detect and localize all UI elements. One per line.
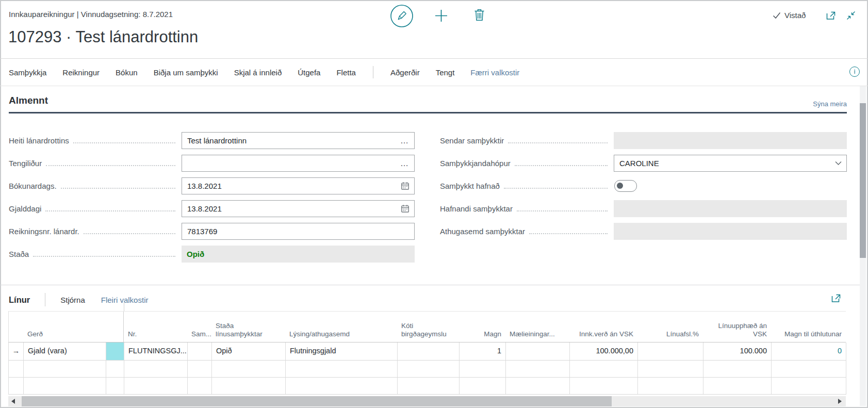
info-icon[interactable]: i — [849, 67, 860, 77]
table-cell[interactable] — [106, 378, 124, 395]
column-header-linuupphaed[interactable]: Línuupphæð án VSK — [703, 312, 771, 342]
column-header-koti-birgdageymslu[interactable]: Kóti birgðageymslu — [397, 312, 459, 342]
table-cell[interactable] — [570, 361, 638, 378]
table-cell[interactable] — [638, 361, 703, 378]
horizontal-scrollbar-thumb[interactable] — [22, 396, 612, 406]
table-cell[interactable] — [398, 361, 460, 378]
table-cell[interactable] — [124, 361, 188, 378]
cell-koti[interactable] — [398, 342, 460, 361]
gjalddagi-input[interactable]: 13.8.2021 — [182, 200, 415, 217]
menu-bokun[interactable]: Bókun — [116, 68, 138, 77]
bokunardags-input[interactable]: 13.8.2021 — [182, 177, 415, 194]
table-cell[interactable] — [124, 378, 188, 395]
reikningsnr-input[interactable]: 7813769 — [182, 223, 415, 240]
cell-maelieiningar[interactable] — [506, 342, 570, 361]
table-cell[interactable] — [212, 361, 286, 378]
column-header-innkverd[interactable]: Innk.verð án VSK — [569, 312, 637, 342]
menu-reikningur[interactable]: Reikningur — [62, 68, 100, 77]
cell-innkverd[interactable]: 100.000,00 — [570, 342, 638, 361]
vertical-scrollbar-thumb[interactable] — [860, 103, 866, 258]
cell-linuafsl[interactable] — [638, 342, 703, 361]
table-cell[interactable] — [398, 378, 460, 395]
table-cell[interactable] — [460, 378, 506, 395]
show-more-link[interactable]: Sýna meira — [813, 100, 847, 108]
menu-faerri-valkostir[interactable]: Færri valkostir — [470, 68, 519, 77]
field-value: Test lánardrottinn — [182, 136, 400, 145]
column-header-magn-til-uthlutunar[interactable]: Magn til úthlutunar — [771, 312, 846, 342]
lines-part-title[interactable]: Línur — [9, 295, 30, 305]
focus-mode-icon[interactable] — [831, 293, 841, 303]
lines-more-options[interactable]: Fleiri valkostir — [101, 296, 149, 304]
horizontal-scrollbar[interactable] — [8, 396, 846, 406]
lines-manage-menu[interactable]: Stjórna — [60, 296, 85, 304]
cell-gerd[interactable]: Gjald (vara) — [24, 342, 106, 361]
heiti-lanardrottins-input[interactable]: Test lánardrottinn … — [182, 132, 415, 149]
scroll-right-arrow-icon[interactable] — [838, 399, 842, 404]
vertical-scrollbar[interactable] — [860, 86, 866, 406]
menu-adgerdir[interactable]: Aðgerðir — [390, 68, 420, 77]
menu-utgefa[interactable]: Útgefa — [298, 68, 320, 77]
cell-linuupphaed[interactable]: 100.000 — [703, 342, 772, 361]
column-header-lysing[interactable]: Lýsing/athugasemd — [285, 312, 397, 342]
cell-stada[interactable]: Opið — [212, 342, 286, 361]
cell-lysing[interactable]: Flutningsgjald — [286, 342, 398, 361]
table-cell[interactable] — [506, 378, 570, 395]
cell-sam[interactable] — [188, 342, 212, 361]
table-cell[interactable] — [772, 361, 846, 378]
column-header-gerd[interactable]: Gerð — [9, 312, 124, 342]
table-cell[interactable] — [286, 378, 398, 395]
menu-fletta[interactable]: Fletta — [336, 68, 356, 77]
toggle-off-switch[interactable] — [614, 180, 637, 192]
open-in-new-window-icon[interactable] — [826, 11, 836, 20]
menu-bidja-um-samthykki[interactable]: Biðja um samþykki — [154, 68, 218, 77]
table-cell[interactable] — [506, 361, 570, 378]
menu-tengt[interactable]: Tengt — [436, 68, 455, 77]
column-header-nr[interactable]: Nr. — [124, 312, 187, 342]
new-button[interactable] — [434, 9, 448, 23]
column-header-sam[interactable]: Sam... — [187, 312, 211, 342]
ellipsis-lookup-button[interactable]: … — [400, 138, 414, 143]
table-cell[interactable] — [9, 378, 24, 395]
table-cell[interactable] — [9, 361, 24, 378]
table-cell[interactable] — [188, 361, 212, 378]
table-cell[interactable] — [570, 378, 638, 395]
table-cell[interactable] — [188, 378, 212, 395]
column-header-stada-linusamthykktar[interactable]: Staða línusamþykktar — [211, 312, 285, 342]
menu-samthykkja[interactable]: Samþykkja — [9, 68, 46, 77]
table-cell[interactable] — [703, 361, 772, 378]
row-selector-cell[interactable]: → — [9, 342, 24, 361]
dotted-leader — [45, 209, 175, 211]
column-header-maelieiningar[interactable]: Mælieiningar... — [505, 312, 569, 342]
cell-magn[interactable]: 1 — [460, 342, 506, 361]
calendar-icon[interactable] — [401, 182, 410, 190]
table-cell[interactable] — [772, 378, 846, 395]
tengilidur-input[interactable]: … — [182, 155, 415, 172]
delete-button[interactable] — [473, 8, 485, 22]
menu-skjal-a-innleid[interactable]: Skjal á innleið — [234, 68, 282, 77]
table-cell[interactable] — [106, 361, 124, 378]
dotted-leader — [517, 209, 608, 211]
field-label: Staða — [9, 246, 29, 263]
table-cell[interactable] — [24, 378, 106, 395]
table-cell[interactable] — [460, 361, 506, 378]
table-cell[interactable] — [286, 361, 398, 378]
general-section-title[interactable]: Almennt — [9, 95, 48, 106]
table-cell[interactable] — [703, 378, 772, 395]
table-cell[interactable] — [638, 378, 703, 395]
table-cell[interactable] — [212, 378, 286, 395]
selected-cell-highlight[interactable] — [106, 342, 124, 361]
table-cell[interactable] — [24, 361, 106, 378]
collapse-icon[interactable] — [846, 11, 856, 20]
chevron-down-icon[interactable] — [835, 161, 842, 166]
cell-nr[interactable]: FLUTNINGSGJ... — [124, 342, 188, 361]
samthykkjandahopur-dropdown[interactable]: CAROLINE — [614, 155, 847, 172]
ellipsis-lookup-button[interactable]: … — [400, 161, 414, 166]
scroll-left-arrow-icon[interactable] — [11, 399, 15, 404]
edit-button[interactable] — [390, 4, 414, 28]
field-athugasemd-samthykktar: Athugasemd samþykktar — [440, 223, 847, 240]
breadcrumb[interactable]: Innkaupareikningur | Vinnudagsetning: 8.… — [9, 10, 173, 19]
cell-magn-til-uthlutunar[interactable]: 0 — [772, 342, 846, 361]
calendar-icon[interactable] — [401, 204, 410, 213]
column-header-magn[interactable]: Magn — [459, 312, 505, 342]
column-header-linuafsl[interactable]: Línuafsl.% — [637, 312, 703, 342]
